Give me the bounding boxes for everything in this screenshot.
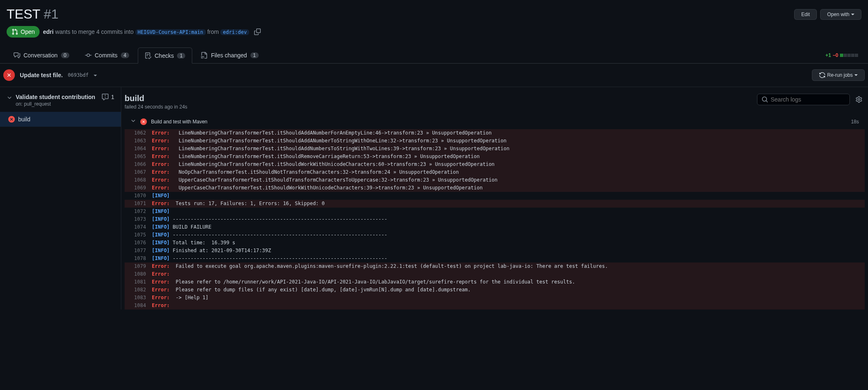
open-with-label: Open with	[827, 12, 849, 17]
log-line-number[interactable]: 1069	[130, 184, 146, 192]
tab-conversation-label: Conversation	[24, 52, 58, 59]
tab-commits-label: Commits	[95, 52, 118, 59]
log-line-content: [INFO] ---------------------------------…	[146, 215, 387, 223]
log-line: 1079Error: Failed to execute goal org.ap…	[125, 262, 865, 270]
log-line: 1076[INFO] Total time: 16.399 s	[125, 239, 865, 247]
commit-sha-dropdown[interactable]	[94, 72, 97, 78]
search-icon	[762, 96, 768, 103]
log-line-content: Error: LineNumberingCharTransformerTest.…	[146, 161, 495, 168]
open-with-button[interactable]: Open with	[820, 9, 861, 20]
workflow-name[interactable]: Validate student contribution	[16, 94, 95, 100]
log-line: 1069Error: UpperCaseCharTransformerTest.…	[125, 184, 865, 192]
log-line-number[interactable]: 1082	[130, 286, 146, 294]
workflow-trigger: on: pull_request	[16, 101, 95, 107]
diffstat-blocks	[840, 54, 858, 57]
log-line: 1082Error: Please refer to dump files (i…	[125, 286, 865, 294]
log-line-content: [INFO] Finished at: 2021-09-30T14:17:39Z	[146, 247, 271, 255]
merge-author[interactable]: edri	[43, 28, 54, 35]
job-title: build	[125, 94, 187, 103]
annotations-link[interactable]: 1	[102, 94, 114, 100]
git-pull-request-icon	[12, 28, 18, 35]
merge-from-word: from	[207, 28, 219, 35]
log-line-number[interactable]: 1080	[130, 270, 146, 278]
log-line-number[interactable]: 1076	[130, 239, 146, 247]
log-line-number[interactable]: 1067	[130, 168, 146, 176]
log-line-number[interactable]: 1077	[130, 247, 146, 255]
commit-sha[interactable]: 0693bdf	[68, 72, 89, 78]
state-badge: Open	[7, 26, 40, 38]
log-line: 1067Error: NoOpCharTransformerTest.itSho…	[125, 168, 865, 176]
tab-files-count: 1	[250, 52, 259, 58]
log-line-number[interactable]: 1062	[130, 129, 146, 137]
log-line-number[interactable]: 1063	[130, 137, 146, 145]
log-line-number[interactable]: 1073	[130, 215, 146, 223]
log-line-number[interactable]: 1066	[130, 161, 146, 168]
tab-conversation[interactable]: Conversation 0	[7, 47, 76, 63]
log-line-content: Error: Failed to execute goal org.apache…	[146, 262, 608, 270]
log-line: 1068Error: UpperCaseCharTransformerTest.…	[125, 176, 865, 184]
base-branch[interactable]: HEIGVD-Course-API:main	[135, 29, 206, 35]
head-branch[interactable]: edri:dev	[220, 29, 249, 35]
step-header[interactable]: Build and test with Maven 18s	[125, 114, 865, 129]
step-status-icon	[140, 118, 147, 125]
pr-number: #1	[44, 7, 59, 21]
log-output[interactable]: 1062Error: LineNumberingCharTransformerT…	[125, 129, 865, 310]
workflow-toggle[interactable]	[7, 95, 12, 102]
log-line: 1080Error:	[125, 270, 865, 278]
diffstat: +1 −0	[826, 52, 861, 58]
log-line-content: Error: LineNumberingCharTransformerTest.…	[146, 145, 509, 153]
checklist-icon	[145, 52, 151, 59]
copy-branch-button[interactable]	[252, 27, 262, 37]
log-line-content: Error: LineNumberingCharTransformerTest.…	[146, 137, 507, 145]
tab-files[interactable]: Files changed 1	[194, 47, 265, 63]
log-line: 1077[INFO] Finished at: 2021-09-30T14:17…	[125, 247, 865, 255]
log-line: 1064Error: LineNumberingCharTransformerT…	[125, 145, 865, 153]
log-line-number[interactable]: 1071	[130, 200, 146, 208]
tab-files-label: Files changed	[211, 52, 247, 59]
log-line-content: [INFO]	[146, 192, 173, 200]
log-line-content: [INFO] BUILD FAILURE	[146, 223, 212, 231]
pr-title-text: TEST	[7, 7, 40, 21]
log-line-content: Error: UpperCaseCharTransformerTest.itSh…	[146, 176, 498, 184]
log-line-number[interactable]: 1075	[130, 231, 146, 239]
log-line-number[interactable]: 1068	[130, 176, 146, 184]
tab-conversation-count: 0	[61, 52, 69, 58]
log-line-content: [INFO]	[146, 208, 173, 215]
log-line-content: Error:	[146, 270, 176, 278]
log-search-input[interactable]	[771, 96, 845, 103]
log-line-content: Error: UpperCaseCharTransformerTest.itSh…	[146, 184, 483, 192]
log-search[interactable]	[757, 94, 850, 105]
log-line-number[interactable]: 1078	[130, 255, 146, 262]
log-line: 1065Error: LineNumberingCharTransformerT…	[125, 153, 865, 161]
log-line: 1062Error: LineNumberingCharTransformerT…	[125, 129, 865, 137]
log-line-number[interactable]: 1064	[130, 145, 146, 153]
diffstat-add: +1	[826, 52, 831, 58]
caret-down-icon	[851, 14, 854, 15]
tab-commits[interactable]: Commits 4	[78, 47, 136, 63]
log-line-content: [INFO] ---------------------------------…	[146, 231, 387, 239]
tab-commits-count: 4	[121, 52, 129, 58]
log-line-number[interactable]: 1070	[130, 192, 146, 200]
log-line-content: Error: Please refer to dump files (if an…	[146, 286, 471, 294]
log-line-number[interactable]: 1079	[130, 262, 146, 270]
commit-title[interactable]: Update test file.	[20, 72, 63, 78]
log-line: 1063Error: LineNumberingCharTransformerT…	[125, 137, 865, 145]
log-line: 1078[INFO] -----------------------------…	[125, 255, 865, 262]
step-toggle-icon	[130, 118, 136, 125]
log-line-number[interactable]: 1072	[130, 208, 146, 215]
log-line-number[interactable]: 1074	[130, 223, 146, 231]
log-line-content: Error: -> [Help 1]	[146, 294, 208, 302]
log-line-number[interactable]: 1065	[130, 153, 146, 161]
log-line: 1081Error: Please refer to /home/runner/…	[125, 278, 865, 286]
log-line-number[interactable]: 1083	[130, 294, 146, 302]
tab-checks[interactable]: Checks 1	[138, 47, 193, 64]
log-line-number[interactable]: 1084	[130, 302, 146, 310]
log-line-content: Error: NoOpCharTransformerTest.itShouldN…	[146, 168, 459, 176]
edit-button[interactable]: Edit	[794, 9, 817, 20]
rerun-jobs-button[interactable]: Re-run jobs	[812, 69, 865, 81]
log-settings-button[interactable]	[853, 94, 865, 105]
log-line-number[interactable]: 1081	[130, 278, 146, 286]
file-diff-icon	[201, 52, 208, 59]
sidebar-job-build[interactable]: build	[0, 112, 121, 127]
log-line: 1072[INFO]	[125, 208, 865, 215]
